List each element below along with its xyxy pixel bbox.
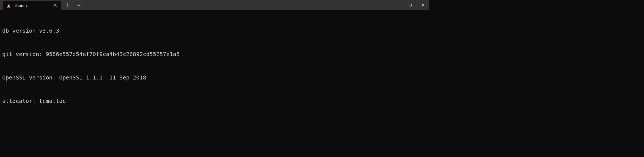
tabs-area: Ubuntu [0,0,391,10]
output-line: git version: 9586e557d54ef70f9ca4b43c268… [2,50,427,58]
close-window-button[interactable] [417,0,429,10]
maximize-button[interactable] [404,0,417,10]
tab-title: Ubuntu [13,3,52,8]
svg-point-6 [9,5,9,5]
svg-point-7 [8,5,9,6]
svg-point-9 [9,7,10,8]
output-line: OpenSSL version: OpenSSL 1.1.1 11 Sep 20… [2,74,427,81]
output-line: allocator: tcmalloc [2,97,427,105]
terminal-content[interactable]: db version v3.6.3 git version: 9586e557d… [0,10,429,105]
tab-ubuntu[interactable]: Ubuntu [3,1,61,10]
tab-actions [61,0,85,10]
close-tab-button[interactable] [52,3,58,8]
output-line: db version v3.6.3 [2,27,427,35]
window-controls [391,0,429,10]
tab-dropdown-button[interactable] [76,2,82,8]
svg-rect-15 [409,4,412,6]
ubuntu-penguin-icon [6,3,11,8]
svg-point-8 [7,7,8,8]
new-tab-button[interactable] [64,2,71,8]
minimize-button[interactable] [391,0,404,10]
svg-point-5 [8,5,8,5]
titlebar: Ubuntu [0,0,429,10]
